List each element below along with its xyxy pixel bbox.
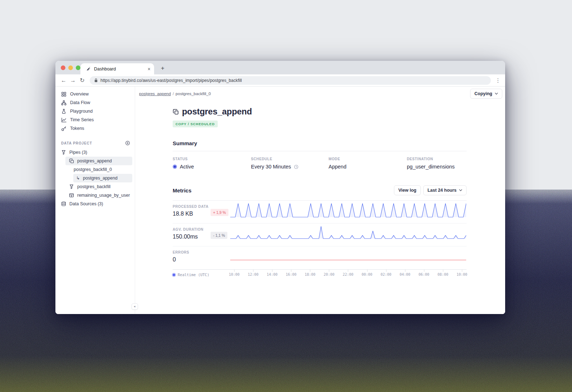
axis-tick-label: 04:00: [400, 273, 410, 276]
tree-item-pipes[interactable]: Pipes (3): [55, 148, 135, 157]
field-label: SCHEDULE: [251, 157, 329, 161]
main-panel: postgres_append/postgres_backfill_0 Copy…: [135, 87, 505, 314]
axis-tick-label: 14:00: [267, 273, 277, 276]
tree-item-postgres-backfill[interactable]: postgres_backfill: [55, 182, 135, 191]
axis-tick-label: 08:00: [438, 273, 448, 276]
window-controls[interactable]: [61, 65, 80, 70]
collapse-sidebar-button[interactable]: «: [132, 303, 138, 310]
axis-tick-label: 06:00: [419, 273, 429, 276]
delta-badge: + 1,9 %: [211, 209, 228, 216]
copy-pipe-icon: [69, 158, 74, 163]
sidebar-item-data-flow[interactable]: Data Flow: [55, 98, 135, 107]
realtime-label: Realtime (UTC): [178, 273, 209, 277]
axis-tick-label: 12:00: [248, 273, 258, 276]
sidebar-item-label: Playground: [70, 109, 93, 114]
errors-chart: [230, 246, 467, 269]
project-tree: Pipes (3) postgres_append postgres_backf…: [55, 148, 135, 208]
axis-tick: [272, 270, 272, 272]
table-icon: [69, 193, 74, 198]
processed-data-chart: [230, 201, 467, 223]
metric-label: AGV. DURATION: [173, 227, 230, 231]
close-window-button[interactable]: [61, 65, 65, 70]
page-title: postgres_append: [182, 107, 252, 117]
sidebar: Overview Data Flow Playground Time Serie…: [55, 87, 135, 314]
metric-row-processed-data: PROCESSED DATA 18.8 KB + 1,9 %: [173, 201, 467, 224]
reload-icon[interactable]: ↻: [78, 76, 87, 85]
copying-dropdown-button[interactable]: Copying: [470, 89, 502, 99]
pipe-icon: [61, 150, 66, 155]
tree-item-label: postgres_backfill: [77, 184, 110, 189]
summary-heading: Summary: [173, 140, 467, 146]
breadcrumb: postgres_append/postgres_backfill_0: [139, 92, 211, 96]
sidebar-item-time-series[interactable]: Time Series: [55, 116, 135, 124]
axis-tick: [367, 270, 368, 272]
field-value: Every 30 Minutes: [251, 164, 291, 170]
axis-tick-label: 22:00: [342, 273, 353, 276]
time-range-dropdown[interactable]: Last 24 hours: [423, 185, 467, 195]
tree-item-label: postgres_backfill_0: [74, 167, 112, 172]
tree-item-remaining-usage[interactable]: remaining_usage_by_user: [55, 191, 135, 200]
minimize-window-button[interactable]: [68, 65, 73, 70]
forward-icon[interactable]: →: [68, 76, 78, 85]
status-active-radio: [173, 165, 177, 169]
axis-tick-label: 00:00: [361, 273, 372, 276]
tree-item-label: postgres_append: [77, 158, 112, 163]
axis-tick: [253, 270, 253, 272]
time-axis: Realtime (UTC) 10:0012:0014:0016:0018:00…: [173, 269, 467, 279]
breadcrumb-link[interactable]: postgres_append: [139, 92, 171, 96]
browser-tabstrip: Dashboard × +: [55, 61, 505, 74]
metrics-heading: Metrics: [173, 187, 192, 193]
chevron-down-icon: [495, 93, 498, 95]
pipe-icon: [69, 184, 74, 189]
field-label: MODE: [329, 157, 407, 161]
sidebar-item-playground[interactable]: Playground: [55, 107, 135, 116]
grid-icon: [61, 92, 66, 97]
back-icon[interactable]: ←: [59, 76, 68, 85]
tinybird-logo-icon: [85, 66, 91, 72]
tree-item-label: remaining_usage_by_user: [77, 193, 130, 198]
tab-close-icon[interactable]: ×: [148, 67, 151, 72]
sidebar-item-tokens[interactable]: Tokens: [55, 124, 135, 133]
realtime-radio-icon: [173, 274, 175, 276]
sidebar-item-label: Data Flow: [70, 100, 90, 105]
field-schedule: SCHEDULE Every 30 Minutes: [251, 157, 329, 170]
axis-tick: [348, 270, 348, 272]
lock-icon: [94, 78, 98, 83]
tree-item-postgres-append[interactable]: postgres_append: [55, 157, 135, 165]
metric-rows: PROCESSED DATA 18.8 KB + 1,9 % AGV. DURA…: [173, 200, 467, 269]
axis-tick-label: 20:00: [324, 273, 334, 276]
url-bar[interactable]: https://app.tinybird.co/aws/us-east/post…: [90, 76, 491, 85]
tree-item-postgres-backfill-0[interactable]: postgres_backfill_0: [55, 165, 135, 174]
tree-item-data-sources[interactable]: Data Sources (3): [55, 200, 135, 208]
maximize-window-button[interactable]: [76, 65, 80, 70]
add-resource-icon[interactable]: [125, 141, 130, 146]
tab-title: Dashboard: [94, 67, 148, 72]
browser-menu-icon[interactable]: ⋮: [494, 77, 502, 84]
desktop-background: Dashboard × + ← → ↻ https://app.tinybird…: [0, 0, 572, 392]
browser-window: Dashboard × + ← → ↻ https://app.tinybird…: [55, 61, 505, 314]
axis-tick-label: 16:00: [286, 273, 296, 276]
metric-row-avg-duration: AGV. DURATION 150.00ms - 1,1 %: [173, 224, 467, 246]
browser-tab[interactable]: Dashboard ×: [80, 63, 154, 74]
axis-tick: [329, 270, 329, 272]
tree-item-postgres-append-node[interactable]: ↳ postgres_append: [55, 174, 135, 182]
field-value: pg_user_dimensions: [407, 164, 455, 170]
copying-label: Copying: [474, 91, 492, 96]
sidebar-item-overview[interactable]: Overview: [55, 90, 135, 98]
axis-tick-label: 02:00: [381, 273, 391, 276]
chevron-down-icon: [459, 189, 462, 191]
tree-item-label: Data Sources (3): [69, 201, 103, 206]
sidebar-item-label: Overview: [70, 92, 89, 97]
key-icon: [61, 126, 66, 131]
field-mode: MODE Append: [329, 157, 407, 170]
sidebar-item-label: Tokens: [70, 126, 84, 131]
field-value: Active: [180, 164, 194, 170]
axis-tick: [386, 270, 386, 272]
time-series-icon: [61, 117, 66, 123]
view-log-button[interactable]: View log: [394, 185, 420, 195]
url-text: https://app.tinybird.co/aws/us-east/post…: [100, 78, 242, 83]
axis-tick-label: 18:00: [305, 273, 315, 276]
new-tab-button[interactable]: +: [158, 64, 167, 73]
tree-item-label: postgres_append: [83, 176, 118, 181]
metric-label: ERRORS: [173, 250, 230, 254]
